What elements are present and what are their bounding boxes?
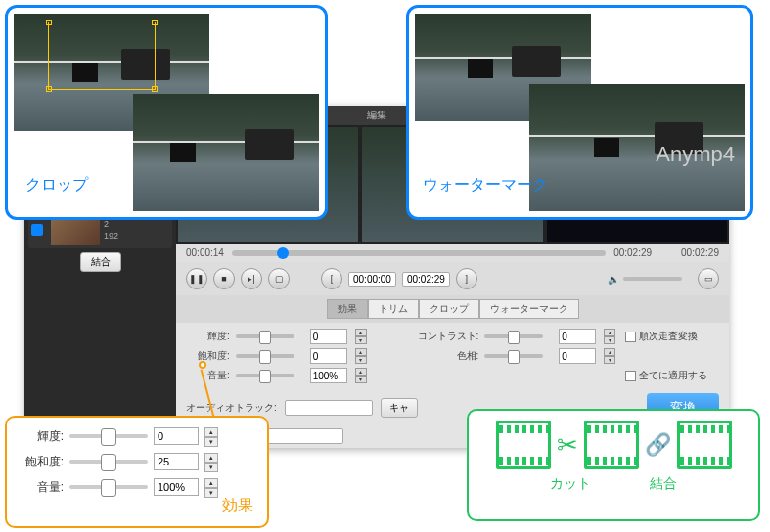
pause-button[interactable]: ❚❚: [186, 268, 207, 289]
effect-params: 輝度: ▴▾ コントラスト: ▴▾ 順次走査変換 飽和度: ▴▾ 色相: ▴▾: [176, 323, 729, 389]
saturation-slider[interactable]: [236, 354, 294, 358]
audio-track-label: オーディオトラック:: [186, 401, 277, 415]
deinterlace-check[interactable]: 順次走査変換: [625, 330, 713, 343]
link-icon: 🔗: [645, 432, 671, 458]
current-time: 00:00:00: [348, 272, 396, 287]
fx-brightness-input[interactable]: [154, 427, 199, 445]
folder-button[interactable]: ▭: [698, 268, 719, 289]
mark-in-button[interactable]: [: [321, 268, 342, 289]
film-icon: [677, 421, 732, 469]
crop-label: クロップ: [25, 175, 88, 196]
fx-volume-label: 音量:: [19, 479, 64, 496]
audio-track-select[interactable]: [285, 400, 373, 416]
tab-effect[interactable]: 効果: [327, 299, 368, 319]
timeline[interactable]: 00:00:14 00:02:29 00:02:29: [176, 244, 729, 262]
stop-button[interactable]: ■: [213, 268, 235, 289]
fx-volume-stepper[interactable]: ▴▾: [204, 478, 218, 496]
fx-saturation-slider[interactable]: [69, 460, 148, 464]
contrast-stepper[interactable]: ▴▾: [604, 329, 615, 344]
volume-slider[interactable]: [623, 277, 682, 281]
total-time: 00:02:29: [402, 272, 450, 287]
fx-volume-input[interactable]: [154, 478, 199, 496]
film-icon: [496, 421, 551, 469]
fx-volume-slider[interactable]: [69, 485, 148, 489]
saturation-stepper[interactable]: ▴▾: [355, 348, 367, 364]
brightness-label: 輝度:: [192, 330, 230, 343]
combine-label: 結合: [650, 475, 677, 493]
contrast-label: コントラスト:: [412, 330, 479, 343]
brightness-stepper[interactable]: ▴▾: [355, 329, 367, 344]
crop-feature-card: クロップ: [5, 5, 328, 220]
effects-title: 効果: [222, 496, 253, 516]
contrast-slider[interactable]: [484, 334, 543, 338]
watermark-feature-card: Anymp4 ウォーターマーク: [406, 5, 753, 220]
combine-button[interactable]: 結合: [80, 252, 121, 272]
playback-controls: ❚❚ ■ ▸| ▢ [ 00:00:00 00:02:29 ] 🔈 ▭: [176, 262, 729, 295]
effect-tabs: 効果 トリム クロップ ウォーターマーク: [176, 295, 729, 323]
fx-brightness-stepper[interactable]: ▴▾: [204, 427, 218, 445]
mark-out-button[interactable]: ]: [456, 268, 477, 289]
hue-input[interactable]: [559, 348, 596, 364]
cut-combine-card: ✂ 🔗 カット 結合: [467, 409, 760, 521]
brightness-input[interactable]: [310, 329, 347, 344]
hue-label: 色相:: [412, 349, 479, 363]
tab-crop[interactable]: クロップ: [419, 299, 479, 319]
fx-saturation-stepper[interactable]: ▴▾: [204, 453, 218, 470]
watermark-result-preview: Anymp4: [529, 84, 745, 211]
fx-saturation-input[interactable]: [154, 453, 199, 470]
watermark-overlay-text: Anymp4: [656, 142, 735, 167]
step-button[interactable]: ▸|: [241, 268, 262, 289]
clip-meta: 2192: [104, 218, 118, 242]
volume-label: 音量:: [192, 369, 230, 382]
crop-rectangle[interactable]: [48, 22, 156, 90]
tab-trim[interactable]: トリム: [368, 299, 419, 319]
snapshot-button[interactable]: ▢: [268, 268, 290, 289]
scissors-icon: ✂: [557, 430, 578, 461]
volume-stepper[interactable]: ▴▾: [355, 368, 367, 383]
playhead[interactable]: [277, 247, 289, 259]
hue-slider[interactable]: [484, 354, 543, 358]
cut-label: カット: [550, 475, 591, 493]
apply-all-check[interactable]: 全てに適用する: [625, 369, 713, 382]
callout-line: [201, 370, 215, 418]
cancel-button[interactable]: キャ: [381, 398, 418, 418]
timeline-track[interactable]: [232, 250, 606, 256]
time-end: 00:02:29: [613, 247, 652, 258]
film-icon: [584, 421, 639, 469]
hue-stepper[interactable]: ▴▾: [604, 348, 615, 364]
saturation-label: 飽和度:: [192, 349, 230, 363]
saturation-input[interactable]: [310, 348, 347, 364]
volume-control[interactable]: 🔈: [608, 274, 682, 285]
time-start: 00:00:14: [186, 247, 224, 258]
contrast-input[interactable]: [559, 329, 596, 344]
fx-brightness-slider[interactable]: [69, 434, 148, 438]
crop-result-preview: [133, 94, 319, 211]
brightness-slider[interactable]: [236, 334, 294, 338]
speaker-icon: 🔈: [608, 274, 619, 285]
callout-anchor: [199, 361, 206, 369]
volume-param-slider[interactable]: [236, 374, 294, 377]
film-row: ✂ 🔗: [496, 421, 732, 469]
effects-callout: 輝度: ▴▾ 飽和度: ▴▾ 音量: ▴▾ 効果: [5, 416, 269, 528]
volume-input[interactable]: [310, 368, 347, 383]
fx-saturation-label: 飽和度:: [19, 454, 64, 470]
fx-brightness-label: 輝度:: [19, 428, 64, 445]
watermark-label: ウォーターマーク: [423, 175, 548, 196]
tab-watermark[interactable]: ウォーターマーク: [479, 299, 579, 319]
time-end-2: 00:02:29: [681, 247, 719, 258]
checkbox[interactable]: [31, 224, 43, 236]
